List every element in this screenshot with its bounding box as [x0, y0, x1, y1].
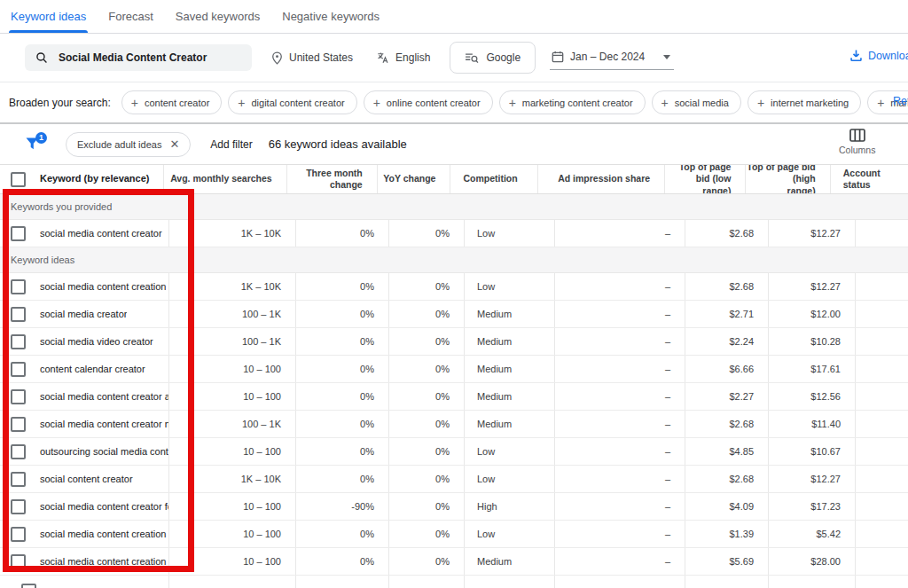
broaden-search-label: Broaden your search:	[9, 97, 111, 109]
row-checkbox[interactable]	[11, 307, 26, 322]
calendar-icon	[552, 51, 564, 63]
active-filter-chip[interactable]: Exclude adult ideas ✕	[66, 132, 191, 157]
language-label: English	[395, 51, 430, 64]
broaden-chip[interactable]: + content creator	[121, 90, 223, 114]
three-month-change-cell: 0%	[295, 548, 388, 575]
keyword-label: social media video creator	[40, 336, 153, 347]
column-header-three-month-change[interactable]: Three month change	[286, 165, 377, 193]
row-checkbox[interactable]	[11, 334, 26, 349]
account-status-cell	[855, 411, 908, 437]
ad-impression-share-cell: –	[554, 220, 685, 247]
columns-button[interactable]: Columns	[839, 129, 875, 155]
table-row: social media content creation prici... 1…	[0, 521, 908, 548]
keyword-search-box[interactable]	[25, 44, 252, 71]
select-all-checkbox[interactable]	[11, 172, 26, 187]
row-checkbox[interactable]	[11, 472, 26, 487]
plus-icon: +	[877, 97, 884, 109]
row-checkbox[interactable]	[11, 389, 26, 404]
download-label: Download	[868, 50, 908, 62]
tab-keyword-ideas[interactable]: Keyword ideas	[9, 0, 88, 33]
location-selector[interactable]: United States	[271, 51, 353, 65]
broaden-chip[interactable]: + online content creator	[364, 90, 493, 114]
row-checkbox[interactable]	[11, 527, 26, 542]
top-of-page-bid-high-cell: $12.56	[768, 383, 855, 410]
filter-funnel-button[interactable]: 1	[25, 136, 43, 153]
search-input[interactable]	[57, 51, 229, 65]
ad-impression-share-cell: –	[554, 438, 685, 465]
competition-cell: Medium	[464, 301, 554, 327]
account-status-cell	[855, 328, 908, 355]
keyword-label: outsourcing social media content ...	[40, 446, 168, 457]
row-checkbox[interactable]	[11, 226, 26, 241]
top-of-page-bid-high-cell: $11.40	[768, 411, 855, 437]
row-checkbox[interactable]	[11, 279, 26, 294]
language-selector[interactable]: English	[376, 51, 430, 64]
download-button[interactable]: Download	[849, 49, 908, 62]
tab-forecast[interactable]: Forecast	[106, 0, 155, 33]
top-of-page-bid-low-cell: $4.85	[685, 438, 768, 465]
top-of-page-bid-low-cell: $5.69	[685, 548, 768, 575]
avg-monthly-searches-cell: 1K – 10K	[168, 466, 295, 492]
ad-impression-share-cell: –	[554, 383, 685, 410]
broaden-chip[interactable]: + social media	[652, 90, 741, 114]
competition-cell: Medium	[464, 328, 554, 355]
search-icon	[35, 51, 48, 64]
column-header-competition[interactable]: Competition	[450, 165, 537, 193]
competition-cell: Medium	[464, 411, 554, 437]
competition-cell: Medium	[464, 383, 554, 410]
top-of-page-bid-high-cell: $12.27	[768, 273, 855, 300]
account-status-cell	[855, 466, 908, 492]
ad-impression-share-cell: –	[554, 466, 685, 492]
keyword-label: social media content creator for s...	[40, 501, 168, 512]
column-header-ad-impression-share[interactable]: Ad impression share	[537, 165, 664, 193]
row-checkbox[interactable]	[11, 444, 26, 459]
yoy-change-cell: 0%	[388, 411, 464, 437]
column-header-yoy-change[interactable]: YoY change	[377, 165, 450, 193]
date-range-selector[interactable]: Jan – Dec 2024	[550, 45, 674, 70]
tab-negative-keywords[interactable]: Negative keywords	[280, 0, 381, 33]
tab-saved-keywords[interactable]: Saved keywords	[174, 0, 262, 33]
broaden-chip[interactable]: + internet marketing	[748, 90, 861, 114]
top-of-page-bid-high-cell: $17.61	[768, 356, 855, 382]
column-header-account-status[interactable]: Account status	[830, 165, 908, 193]
refresh-link[interactable]: Refresh	[893, 95, 908, 107]
competition-cell: Low	[464, 273, 554, 300]
yoy-change-cell: 0%	[388, 220, 464, 247]
yoy-change-cell: 0%	[388, 548, 464, 575]
top-of-page-bid-high-cell: $12.27	[768, 220, 855, 247]
add-filter-button[interactable]: Add filter	[210, 138, 252, 151]
filter-count-badge: 1	[35, 132, 47, 144]
top-of-page-bid-high-cell: $5.42	[768, 521, 855, 547]
broaden-chip-label: digital content creator	[251, 98, 344, 108]
search-toolbar: United States English Google Jan – Dec 2…	[0, 34, 908, 82]
top-of-page-bid-low-cell: $2.68	[685, 466, 768, 492]
location-label: United States	[289, 51, 353, 64]
row-checkbox[interactable]	[21, 584, 36, 588]
column-header-top-of-page-bid-high[interactable]: Top of page bid (high range)	[745, 165, 829, 193]
tab-label: Saved keywords	[176, 10, 260, 23]
avg-monthly-searches-cell: 10 – 100	[168, 493, 295, 520]
keyword-label: social media creator	[40, 309, 127, 319]
search-network-button[interactable]: Google	[450, 42, 536, 74]
broaden-chip[interactable]: + marketing content creator	[499, 90, 646, 114]
remove-filter-icon[interactable]: ✕	[169, 137, 179, 151]
top-of-page-bid-low-cell: $4.09	[685, 493, 768, 520]
top-of-page-bid-high-cell: $28.00	[768, 548, 855, 575]
three-month-change-cell: 0%	[295, 220, 388, 247]
row-checkbox[interactable]	[11, 417, 26, 432]
column-header-top-of-page-bid-low[interactable]: Top of page bid (low range)	[664, 165, 745, 193]
row-checkbox[interactable]	[11, 362, 26, 377]
competition-cell: High	[464, 493, 554, 520]
broaden-chip[interactable]: + digital content creator	[228, 90, 356, 114]
tab-bar: Keyword ideas Forecast Saved keywords Ne…	[0, 0, 908, 34]
broaden-chip-label: content creator	[145, 98, 209, 108]
competition-cell: Low	[464, 438, 554, 465]
column-header-avg-monthly-searches[interactable]: Avg. monthly searches	[163, 165, 286, 193]
ad-impression-share-cell: –	[554, 493, 685, 520]
table-row: social media content creation com... 10 …	[0, 548, 908, 576]
avg-monthly-searches-cell: 10 – 100	[168, 438, 295, 465]
row-checkbox[interactable]	[11, 554, 26, 569]
row-checkbox[interactable]	[11, 499, 26, 514]
three-month-change-cell: 0%	[295, 301, 388, 327]
yoy-change-cell: 0%	[388, 356, 464, 382]
